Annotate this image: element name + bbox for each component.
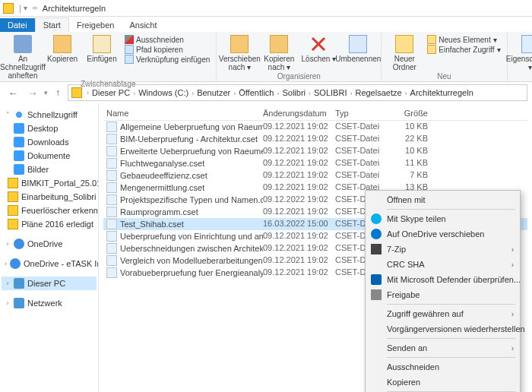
file-icon [106,231,117,242]
pastelink-button[interactable]: Verknüpfung einfügen [123,55,211,64]
pin-button[interactable]: An Schnellzugriff anheften [5,33,41,80]
ctx-crc[interactable]: CRC SHA› [367,257,518,272]
forward-button[interactable]: → [24,84,41,101]
ctx-prev[interactable]: Vorgängerversionen wiederherstellen [367,321,518,337]
ctx-share[interactable]: Freigabe [367,287,518,302]
crumb[interactable]: Windows (C:) [137,88,190,97]
crumb[interactable]: Dieser PC [90,88,131,97]
col-size[interactable]: Größe [392,109,434,118]
ctx-defender[interactable]: Mit Microsoft Defender überprüfen... [367,272,518,287]
nav-downloads[interactable]: Downloads [2,135,97,149]
context-menu: Öffnen mit Mit Skype teilen Auf OneDrive… [365,190,521,392]
nav-network[interactable]: ›Netzwerk [2,296,97,310]
file-icon [106,207,117,217]
nav-tree: ˅Schnellzugriff Desktop Downloads Dokume… [0,103,99,392]
file-icon [106,170,117,181]
nav-onedrive2[interactable]: ›OneDrive - eTASK Imm [2,257,97,270]
share-icon [371,289,382,300]
file-row[interactable]: Fluchtweganalyse.cset09.12.2021 19:02CSE… [103,157,527,169]
group-new: Neu [386,72,502,81]
file-icon [106,122,117,132]
file-icon [106,243,117,254]
defender-icon [371,274,382,285]
props-button[interactable]: Eigenschaften ▾ [512,33,533,72]
tab-start[interactable]: Start [35,17,69,32]
history-dropdown-icon[interactable]: ▾ [44,89,48,96]
easyaccess-button[interactable]: Einfacher Zugriff ▾ [426,45,502,54]
nav-desktop[interactable]: Desktop [2,122,97,135]
title-bar: | ▾ ＝ Architekturregeln [0,0,532,17]
moveto-button[interactable]: Verschieben nach ▾ [221,33,258,72]
folder-icon [71,87,82,98]
tab-file[interactable]: Datei [0,18,35,32]
newfolder-button[interactable]: Neuer Ordner [386,33,423,72]
tab-share[interactable]: Freigeben [69,18,122,32]
copyto-button[interactable]: Kopieren nach ▾ [261,33,297,72]
crumb[interactable]: SOLIBRI [312,88,348,97]
file-icon [106,158,117,169]
cut-button[interactable]: Ausschneiden [123,35,211,44]
file-icon [106,146,117,156]
crumb[interactable]: Solibri [280,88,307,97]
ribbon: An Schnellzugriff anheften Kopieren Einf… [0,32,532,82]
folder-icon [3,3,14,14]
col-type[interactable]: Typ [335,109,392,118]
address-bar: ← → ▾ ↑ › Dieser PC›Windows (C:)›Benutze… [0,82,532,103]
copypath-button[interactable]: Pfad kopieren [123,45,211,54]
file-icon [106,219,117,229]
column-headers[interactable]: Name Änderungsdatum Typ Größe [103,106,527,121]
ctx-send[interactable]: Senden an› [367,340,518,356]
copy-button[interactable]: Kopieren [44,33,81,80]
ctx-onedrive[interactable]: Auf OneDrive verschieben [367,226,518,242]
ctx-access[interactable]: Zugriff gewähren auf› [367,306,518,321]
nav-onedrive[interactable]: ›OneDrive [2,237,97,251]
nav-documents[interactable]: Dokumente [2,149,97,163]
file-icon [106,194,117,205]
delete-button[interactable]: Löschen ▾ [300,33,337,72]
nav-thispc[interactable]: ›Dieser PC [2,277,97,290]
crumb[interactable]: Regelsaetze [353,88,403,97]
breadcrumb[interactable]: › Dieser PC›Windows (C:)›Benutzer›Öffent… [68,84,527,101]
group-organize: Organisieren [221,72,376,81]
crumb[interactable]: Benutzer [195,88,232,97]
nav-f2[interactable]: Einarbeitung_Solibri [2,190,97,204]
file-icon [106,255,117,266]
col-date[interactable]: Änderungsdatum [263,109,335,118]
up-button[interactable]: ↑ [51,86,65,100]
file-icon [106,134,117,144]
ctx-cut[interactable]: Ausschneiden [367,359,518,375]
nav-f1[interactable]: BIMKIT_Portal_25.01 [2,176,97,190]
paste-button[interactable]: Einfügen [84,33,120,80]
dropdown-icon[interactable]: ▾ [24,4,27,12]
rename-button[interactable]: Umbenennen [340,33,376,72]
back-button[interactable]: ← [5,84,21,101]
nav-quick[interactable]: ˅Schnellzugriff [2,108,97,122]
ctx-7zip[interactable]: 7-Zip› [367,242,518,257]
7zip-icon [371,244,382,254]
crumb[interactable]: Öffentlich [237,88,275,97]
file-row[interactable]: Gebaeudeeffizienz.cset09.12.2021 19:02CS… [103,169,527,182]
ctx-openwith[interactable]: Öffnen mit [367,192,518,207]
col-name[interactable]: Name [103,109,263,118]
file-row[interactable]: Allgemeine Ueberpruefung von Raeume...09… [103,121,527,133]
file-row[interactable]: Erweiterte Ueberpruefung von Raeumen...0… [103,145,527,157]
skype-icon [371,213,382,224]
file-icon [106,267,117,278]
tb-separator: | [19,4,21,13]
ctx-skype[interactable]: Mit Skype teilen [367,211,518,226]
tab-view[interactable]: Ansicht [122,18,164,32]
window-title: Architekturregeln [43,4,106,13]
file-icon [106,182,117,193]
nav-pictures[interactable]: Bilder [2,163,97,176]
newitem-button[interactable]: Neues Element ▾ [426,35,502,44]
file-row[interactable]: BIM-Ueberpruefung - Architektur.cset09.1… [103,133,527,145]
nav-f4[interactable]: Pläne 2016 erledigt [2,217,97,231]
onedrive-icon [371,229,382,239]
tb-separator2: ＝ [30,2,40,14]
ribbon-tabs: Datei Start Freigeben Ansicht [0,17,532,32]
crumb[interactable]: Architekturregeln [409,88,475,97]
ctx-copy[interactable]: Kopieren [367,375,518,390]
group-open: Öffnen [512,72,533,81]
nav-f3[interactable]: Feuerlöscher erkenn [2,204,97,217]
